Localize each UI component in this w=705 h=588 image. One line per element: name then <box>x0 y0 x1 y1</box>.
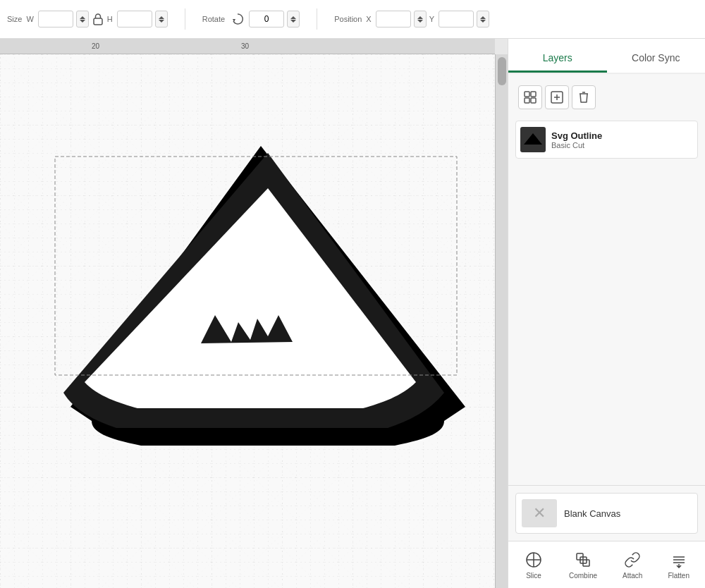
svg-rect-0 <box>94 18 102 25</box>
x-input[interactable] <box>376 11 411 27</box>
attach-label: Attach <box>623 572 642 580</box>
arrow-up-icon <box>80 16 85 19</box>
flatten-icon <box>669 550 689 570</box>
x-stepper[interactable] <box>414 11 427 27</box>
ruler-top: 20 30 <box>0 39 495 54</box>
tab-color-sync[interactable]: Color Sync <box>607 42 706 73</box>
lock-svg <box>93 13 103 25</box>
group-layers-button[interactable] <box>518 85 542 109</box>
delete-layer-button[interactable] <box>572 85 596 109</box>
layer-info: Svg Outline Basic Cut <box>551 130 602 149</box>
slice-icon <box>524 550 544 570</box>
panel-content: Svg Outline Basic Cut <box>508 74 705 485</box>
y-stepper[interactable] <box>477 11 489 27</box>
blank-canvas-label: Blank Canvas <box>564 508 620 519</box>
ruler-mark-20: 20 <box>92 42 99 50</box>
attach-icon <box>623 550 642 570</box>
scrollbar-right[interactable] <box>495 54 508 588</box>
size-label: Size <box>7 15 22 23</box>
position-label: Position <box>334 15 362 23</box>
height-stepper[interactable] <box>155 11 168 27</box>
size-group: Size W H <box>7 11 168 27</box>
rotate-icon[interactable] <box>229 11 246 27</box>
arrow-down-icon <box>80 20 85 23</box>
grid-svg <box>0 54 495 588</box>
panel-bottom-toolbar: Slice Combine <box>508 541 705 588</box>
flatten-label: Flatten <box>668 572 689 580</box>
combine-icon <box>573 550 593 570</box>
x-label: X <box>366 15 371 23</box>
layer-name: Svg Outline <box>551 130 602 141</box>
slice-button[interactable]: Slice <box>518 547 549 582</box>
h-label: H <box>107 15 113 23</box>
arrow-up-icon <box>480 16 486 19</box>
rotate-label: Rotate <box>202 15 225 23</box>
arrow-down-icon <box>417 20 423 23</box>
width-stepper[interactable] <box>76 11 89 27</box>
tab-layers[interactable]: Layers <box>508 42 607 73</box>
divider-2 <box>317 8 317 30</box>
w-label: W <box>26 15 33 23</box>
flatten-button[interactable]: Flatten <box>662 547 695 582</box>
layer-type: Basic Cut <box>551 141 602 149</box>
arrow-up-icon <box>417 16 423 19</box>
blank-canvas-thumbnail <box>522 499 557 527</box>
grid-canvas[interactable] <box>0 54 495 588</box>
main-area: 20 30 <box>0 39 705 588</box>
arrow-down-icon <box>480 20 486 23</box>
svg-rect-10 <box>525 92 529 97</box>
canvas-area[interactable]: 20 30 <box>0 39 508 588</box>
svg-rect-12 <box>525 98 529 103</box>
combine-label: Combine <box>569 572 597 580</box>
arrow-up-icon <box>290 16 296 19</box>
divider-1 <box>185 8 185 30</box>
right-panel: Layers Color Sync <box>508 39 705 588</box>
position-group: Position X Y <box>334 11 489 27</box>
ruler-mark-30: 30 <box>241 42 249 50</box>
width-input[interactable] <box>38 11 73 27</box>
panel-tabs: Layers Color Sync <box>508 39 705 74</box>
rotate-input[interactable] <box>249 11 284 27</box>
y-label: Y <box>429 15 434 23</box>
arrow-up-icon <box>159 16 164 19</box>
svg-rect-11 <box>531 92 536 97</box>
rotate-group: Rotate <box>202 11 300 27</box>
rotate-stepper[interactable] <box>287 11 300 27</box>
scrollbar-thumb[interactable] <box>498 57 506 85</box>
arrow-down-icon <box>290 20 296 23</box>
height-input[interactable] <box>117 11 152 27</box>
combine-button[interactable]: Combine <box>563 547 603 582</box>
layer-item[interactable]: Svg Outline Basic Cut <box>515 121 698 159</box>
blank-canvas-section: Blank Canvas <box>508 485 705 541</box>
svg-rect-13 <box>531 98 536 103</box>
blank-canvas-item[interactable]: Blank Canvas <box>515 493 698 534</box>
layer-thumbnail <box>520 127 546 152</box>
main-toolbar: Size W H Rotate <box>0 0 705 39</box>
layer-panel-toolbar <box>515 81 698 114</box>
y-input[interactable] <box>439 11 474 27</box>
attach-button[interactable]: Attach <box>617 547 648 582</box>
arrow-down-icon <box>159 20 164 23</box>
svg-marker-17 <box>524 133 542 145</box>
add-layer-button[interactable] <box>545 85 569 109</box>
lock-icon[interactable] <box>92 13 104 25</box>
slice-label: Slice <box>526 572 541 580</box>
